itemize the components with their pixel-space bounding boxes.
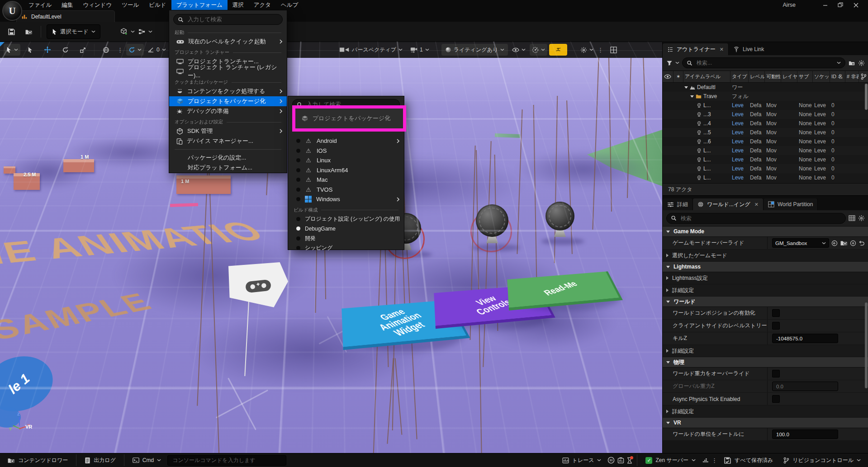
- browse-icon[interactable]: [840, 239, 848, 247]
- column-header-3[interactable]: 可動性: [765, 71, 781, 82]
- blueprints-dropdown[interactable]: [138, 25, 152, 38]
- menubar-item-8[interactable]: アクタ: [249, 0, 276, 10]
- build-config-0[interactable]: プロジェクト設定 (シッピング) の使用: [288, 214, 404, 224]
- section-header-4[interactable]: VR: [663, 418, 868, 428]
- cell-text[interactable]: Leve: [732, 129, 744, 136]
- tab-live-link[interactable]: Live Link: [729, 43, 768, 55]
- platform-menu-item-13[interactable]: パッケージ化の設定...: [169, 153, 287, 163]
- scale-tool-button[interactable]: [75, 44, 91, 56]
- cell-text[interactable]: Leve: [732, 120, 744, 127]
- close-tab-icon[interactable]: ✕: [754, 202, 759, 208]
- camera-sphere[interactable]: [545, 202, 574, 231]
- matrix-icon[interactable]: [849, 215, 855, 221]
- unreal-logo-icon[interactable]: U: [2, 1, 22, 21]
- menu-search-input[interactable]: [187, 16, 278, 23]
- effects-dropdown[interactable]: [530, 44, 547, 56]
- save-all-button[interactable]: すべて保存済み: [720, 455, 777, 466]
- cell-text[interactable]: Leve: [732, 175, 744, 181]
- outliner-row[interactable]: L...LeveDefaMovNoneLeve0: [663, 155, 868, 164]
- console-input[interactable]: [171, 457, 282, 464]
- new-folder-icon[interactable]: [848, 60, 855, 66]
- platform-menu-item-8[interactable]: デバッグの準備: [169, 106, 287, 116]
- menubar-item-9[interactable]: ヘルプ: [276, 0, 303, 10]
- kebab-icon[interactable]: ⋮: [598, 47, 603, 53]
- output-log-button[interactable]: 出力ログ: [81, 455, 119, 466]
- details-tab-2[interactable]: World Partition: [764, 198, 818, 210]
- outliner-column-header[interactable]: ✶アイテムラベルタイプレベル可動性レイヤサブソケットID 名# 非表: [663, 71, 868, 83]
- column-header-1[interactable]: タイプ: [730, 71, 749, 82]
- outliner-row[interactable]: Defaultlワー: [663, 83, 868, 92]
- details-scrollbar[interactable]: [865, 302, 868, 388]
- viewport-settings-dropdown[interactable]: [578, 44, 596, 56]
- rotate-tool-button[interactable]: [57, 44, 73, 56]
- property-group[interactable]: 選択したゲームモード: [663, 250, 868, 262]
- value-input[interactable]: -1048575.0: [772, 334, 838, 343]
- outliner-scrollbar[interactable]: [865, 84, 868, 110]
- show-flags-dropdown[interactable]: [510, 44, 528, 56]
- minimize-button[interactable]: [817, 0, 833, 10]
- menubar-item-1[interactable]: ファイル: [24, 0, 57, 10]
- grid-dots-icon[interactable]: [702, 458, 709, 463]
- menubar-item-5[interactable]: ビルド: [144, 0, 171, 10]
- column-header-2[interactable]: レベル: [749, 71, 765, 82]
- chevron-down-icon[interactable]: [837, 61, 841, 64]
- node-column-header[interactable]: [859, 71, 866, 82]
- outliner-row[interactable]: ...5LeveDefaMovNoneLeve0: [663, 128, 868, 137]
- view-mode-dropdown[interactable]: ライティングあり: [441, 44, 508, 56]
- cell-text[interactable]: Leve: [732, 165, 744, 172]
- outliner-row[interactable]: L...LeveDefaMovNoneLeve0: [663, 146, 868, 155]
- details-tab-0[interactable]: 詳細: [663, 198, 693, 210]
- zen-server-dropdown[interactable]: ✓ Zen サーバー: [642, 455, 699, 466]
- gamemode-dropdown[interactable]: GM_Sandbox: [772, 238, 829, 248]
- outliner-row[interactable]: L...LeveDefaMovNoneLeve0: [663, 173, 868, 182]
- checkbox[interactable]: [772, 309, 780, 317]
- outliner-row[interactable]: L...LeveDefaMovNoneLeve0: [663, 164, 868, 173]
- expander-icon[interactable]: [684, 86, 688, 89]
- outliner-row[interactable]: ...4LeveDefaMovNoneLeve0: [663, 119, 868, 128]
- hourglass-icon[interactable]: [627, 457, 632, 464]
- platform-menu-item-1[interactable]: 現在のレベルをクイック起動: [169, 37, 287, 47]
- content-drawer-button[interactable]: コンテンツドロワー: [4, 455, 71, 466]
- checkbox[interactable]: [772, 322, 780, 330]
- menubar-item-2[interactable]: 編集: [57, 0, 78, 10]
- gear-icon[interactable]: [858, 60, 865, 66]
- chevron-down-icon[interactable]: [675, 61, 679, 64]
- checkbox[interactable]: [772, 395, 780, 403]
- build-config-3[interactable]: シッピング: [288, 243, 404, 253]
- content-browser-button[interactable]: [22, 25, 35, 38]
- details-search[interactable]: [666, 213, 846, 224]
- build-config-1[interactable]: DebugGame: [288, 224, 404, 234]
- camera-speed-dropdown[interactable]: 1: [408, 44, 432, 56]
- section-header-2[interactable]: ワールド: [663, 297, 868, 307]
- value-input[interactable]: 100.0: [772, 429, 838, 439]
- details-tab-1[interactable]: ワールド...イング✕: [693, 198, 764, 210]
- cell-text[interactable]: Leve: [732, 102, 744, 108]
- filter-icon[interactable]: [666, 60, 673, 66]
- details-search-input[interactable]: [680, 215, 841, 222]
- move-tool-button[interactable]: [39, 44, 56, 56]
- column-header-4[interactable]: レイヤ: [781, 71, 797, 82]
- outliner-row[interactable]: ...6LeveDefaMovNoneLeve0: [663, 137, 868, 146]
- snapshot-icon[interactable]: [617, 457, 624, 464]
- platform-menu-item-4[interactable]: プロジェクト ランチャー (レガシー)...: [169, 66, 287, 76]
- column-header-8[interactable]: # 非表: [845, 71, 859, 82]
- property-group[interactable]: 詳細設定: [663, 284, 868, 297]
- revision-control-dropdown[interactable]: リビジョンコントロール: [779, 455, 864, 466]
- world-space-button[interactable]: [98, 44, 114, 56]
- add-icon[interactable]: [850, 240, 856, 246]
- cmd-dropdown[interactable]: Cmd: [129, 455, 165, 466]
- select-mode-dropdown[interactable]: 選択モード: [47, 24, 100, 39]
- submenu-platform-linux[interactable]: ⚠Linux: [288, 156, 404, 165]
- outliner-row[interactable]: L...LeveDefaMovNoneLeve0: [663, 101, 868, 110]
- submenu-platform-linuxarm64[interactable]: ⚠LinuxArm64: [288, 165, 404, 175]
- rotation-snap-dropdown[interactable]: [126, 44, 144, 56]
- platform-menu-item-14[interactable]: 対応プラットフォーム...: [169, 163, 287, 173]
- platform-menu-item-6[interactable]: コンテンツをクック処理する: [169, 86, 287, 96]
- section-header-1[interactable]: Lightmass: [663, 262, 868, 272]
- outliner-row[interactable]: ...3LeveDefaMovNoneLeve0: [663, 110, 868, 119]
- close-tab-icon[interactable]: ✕: [720, 47, 724, 52]
- cell-text[interactable]: Leve: [732, 147, 744, 154]
- close-button[interactable]: [848, 0, 863, 10]
- eye-column-header[interactable]: [663, 71, 674, 82]
- maximize-viewport-button[interactable]: [605, 44, 621, 56]
